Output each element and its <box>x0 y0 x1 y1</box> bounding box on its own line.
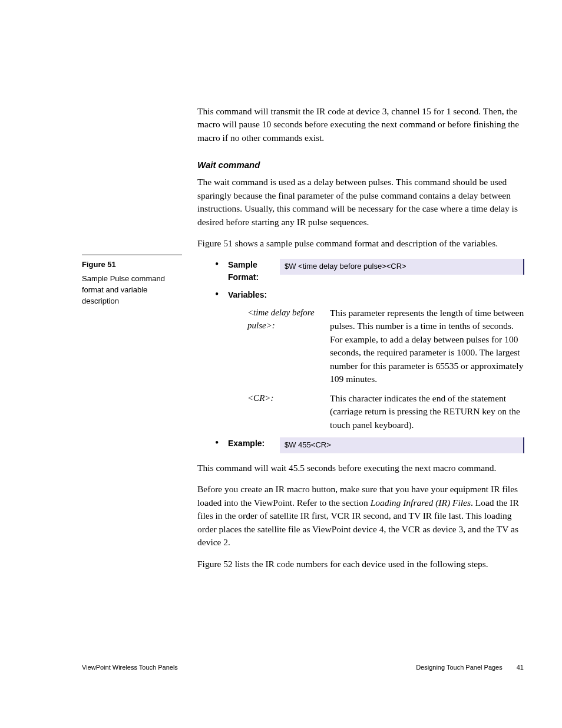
bullet-label-example: Example: <box>228 437 280 450</box>
variable-name-cr: <CR>: <box>247 392 324 405</box>
bullet-value-sample-format: $W <time delay before pulse><CR> <box>280 259 524 275</box>
figure-side-note: Figure 51 Sample Pulse command format an… <box>82 255 182 307</box>
footer-right: Designing Touch Panel Pages 41 <box>416 664 524 671</box>
code-box-format: $W <time delay before pulse><CR> <box>280 259 524 275</box>
variable-row-cr: <CR>: This character indicates the end o… <box>247 392 524 431</box>
variable-desc-time-delay: This parameter represents the length of … <box>330 307 524 386</box>
bullet-variables: • Variables: <box>215 289 524 302</box>
bullet-value-example: $W 455<CR> <box>280 437 524 453</box>
figure-label: Figure 51 <box>82 260 182 269</box>
variable-desc-cr: This character indicates the end of the … <box>330 392 524 431</box>
bullet-icon: • <box>215 437 228 449</box>
intro-paragraph: This command will transmit the IR code a… <box>197 105 524 144</box>
variable-name-time-delay: <time delay before pulse>: <box>247 307 324 332</box>
section-heading-wait-command: Wait command <box>197 160 524 170</box>
bullet-list: • Sample Format: $W <time delay before p… <box>215 259 524 453</box>
variable-row-time-delay: <time delay before pulse>: This paramete… <box>247 307 524 386</box>
code-box-example: $W 455<CR> <box>280 437 524 453</box>
after-paragraph-1: This command will wait 45.5 seconds befo… <box>197 462 524 475</box>
bullet-label-variables: Variables: <box>228 289 280 302</box>
document-page: Figure 51 Sample Pulse command format an… <box>0 0 562 728</box>
page-footer: ViewPoint Wireless Touch Panels Designin… <box>0 664 562 671</box>
wait-paragraph-1: The wait command is used as a delay betw… <box>197 176 524 229</box>
bullet-icon: • <box>215 259 228 271</box>
bullet-label-sample-format: Sample Format: <box>228 259 280 284</box>
bullet-example: • Example: $W 455<CR> <box>215 437 524 453</box>
footer-left: ViewPoint Wireless Touch Panels <box>82 664 178 671</box>
variables-block: <time delay before pulse>: This paramete… <box>247 307 524 431</box>
after-p2-italic: Loading Infrared (IR) Files <box>371 498 471 508</box>
bullet-sample-format: • Sample Format: $W <time delay before p… <box>215 259 524 284</box>
after-paragraph-2: Before you create an IR macro button, ma… <box>197 483 524 549</box>
main-content: This command will transmit the IR code a… <box>197 105 524 579</box>
figure-description: Sample Pulse command format and variable… <box>82 274 182 307</box>
wait-paragraph-2: Figure 51 shows a sample pulse command f… <box>197 237 524 250</box>
footer-page-number: 41 <box>517 664 524 671</box>
bullet-icon: • <box>215 289 228 301</box>
after-paragraph-3: Figure 52 lists the IR code numbers for … <box>197 558 524 571</box>
footer-section-title: Designing Touch Panel Pages <box>416 664 503 671</box>
